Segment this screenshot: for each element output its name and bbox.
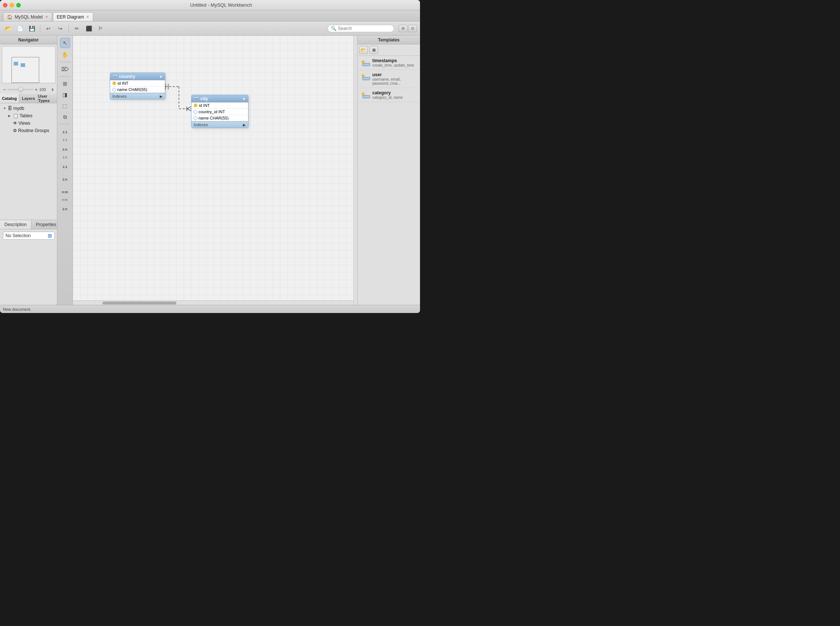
tool-erase[interactable]: ⌦ bbox=[60, 64, 70, 74]
er-city-field-country-id-label: country_id INT bbox=[198, 110, 225, 114]
tool-group-1nid: 1:n bbox=[60, 174, 70, 185]
key-icon bbox=[112, 81, 116, 85]
tool-rel-1-n[interactable]: 1:n bbox=[60, 144, 70, 155]
views-icon: 👁 bbox=[13, 121, 17, 126]
main-area: Navigator − + 100 ⬍ C bbox=[0, 36, 420, 305]
templates-header: Templates bbox=[358, 36, 420, 44]
status-bar: New document. bbox=[0, 305, 420, 313]
traffic-lights bbox=[3, 3, 21, 8]
tool-group-1nfk: 1:n bbox=[60, 203, 70, 215]
bottom-panel: Description Properties History No Select… bbox=[0, 220, 57, 305]
template-timestamps-name: timestamps bbox=[372, 58, 414, 63]
zoom-minus-button[interactable]: − bbox=[3, 86, 6, 92]
tool-rel-1-n-fk[interactable]: 1:n bbox=[60, 204, 70, 214]
er-table-country-header: country ▼ bbox=[110, 73, 165, 80]
vertical-scrollbar[interactable] bbox=[353, 36, 357, 305]
zoom-bar: − + 100 ⬍ bbox=[0, 85, 57, 94]
tree-root-icon: 🗄 bbox=[8, 106, 12, 111]
main-window: Untitled - MySQL Workbench 🏠 MySQL Model… bbox=[0, 0, 420, 313]
no-selection-label: No Selection bbox=[6, 233, 31, 238]
maximize-button[interactable] bbox=[16, 3, 21, 8]
tree-root-label: mydb bbox=[13, 106, 24, 111]
tool-sep2 bbox=[59, 76, 70, 77]
open-button[interactable]: 📂 bbox=[3, 23, 13, 34]
canvas-area[interactable]: country ▼ id INT name CHAR(55) Indexes ▶ bbox=[73, 36, 353, 305]
er-table-country[interactable]: country ▼ id INT name CHAR(55) Indexes ▶ bbox=[110, 72, 165, 100]
layout-btn-2[interactable]: ⊟ bbox=[408, 25, 417, 32]
tab-mysql-model[interactable]: 🏠 MySQL Model ✕ bbox=[3, 12, 52, 21]
er-country-indexes[interactable]: Indexes ▶ bbox=[110, 93, 165, 99]
save-button[interactable]: 💾 bbox=[27, 23, 37, 34]
no-selection-dropdown[interactable]: No Selection ⊞ bbox=[3, 232, 55, 240]
template-category-star-icon: ★ MWB bbox=[361, 90, 370, 99]
template-timestamps[interactable]: ★ MWB timestamps create_time, update_tim… bbox=[358, 56, 420, 70]
tool-rel-1-n-id[interactable]: 1:n bbox=[60, 174, 70, 185]
flag-button[interactable]: 🏳 bbox=[95, 23, 106, 34]
zoom-plus-button[interactable]: + bbox=[35, 86, 38, 92]
dropdown-arrow-icon: ⊞ bbox=[48, 233, 52, 239]
tree-tables[interactable]: ▶ 📋 Tables bbox=[2, 112, 55, 119]
er-city-indexes[interactable]: Indexes ▶ bbox=[192, 121, 248, 128]
tool-group-11id: 1:1 bbox=[60, 161, 70, 173]
search-input[interactable] bbox=[338, 26, 390, 31]
er-city-indexes-label: Indexes bbox=[194, 122, 208, 127]
tool-rel-1-1[interactable]: 1:1 bbox=[60, 127, 70, 137]
er-table-country-dropdown[interactable]: ▼ bbox=[159, 75, 163, 79]
tool-group-nm: n:m n:m bbox=[60, 186, 70, 203]
tab-mysql-model-close[interactable]: ✕ bbox=[45, 15, 48, 19]
toolbar-sep1 bbox=[40, 25, 40, 32]
redo-button[interactable]: ↪ bbox=[55, 23, 66, 34]
horizontal-scrollbar[interactable] bbox=[73, 300, 353, 305]
template-btn-add[interactable]: ⊞ bbox=[369, 46, 378, 54]
tool-group-rels: 1:1 1:1 bbox=[60, 126, 70, 143]
minimap-table1 bbox=[14, 62, 18, 66]
tool-pan[interactable]: ✋ bbox=[60, 50, 70, 60]
right-sidebar: Templates 📂 ⊞ ★ MWB timestamps create_ti… bbox=[357, 36, 420, 305]
layout-btn-1[interactable]: ⊞ bbox=[398, 25, 408, 32]
zoom-stepper[interactable]: ⬍ bbox=[51, 88, 54, 92]
er-table-country-icon bbox=[112, 74, 117, 79]
tool-rel-1-1-id[interactable]: 1:1 bbox=[60, 162, 70, 172]
tool-copy[interactable]: ⧉ bbox=[60, 112, 70, 122]
tool-rel-n-m[interactable]: n:m bbox=[60, 187, 70, 197]
tree-views[interactable]: ▶ 👁 Views bbox=[2, 119, 55, 127]
tool-layer[interactable]: ⬚ bbox=[60, 101, 70, 111]
sidebar-tab-usertypes[interactable]: User Types bbox=[38, 94, 57, 103]
tool-group-1n: 1:n 1:n bbox=[60, 144, 70, 160]
minimap-viewport bbox=[11, 57, 39, 83]
close-button[interactable] bbox=[3, 3, 8, 8]
tree-root[interactable]: ▼ 🗄 mydb bbox=[2, 105, 55, 112]
new-button[interactable]: 📄 bbox=[15, 23, 25, 34]
tree-routinegroups[interactable]: ▶ ⚙ Routine Groups bbox=[2, 127, 55, 134]
zoom-slider[interactable] bbox=[8, 89, 33, 90]
minimap[interactable] bbox=[2, 46, 55, 83]
er-table-city[interactable]: city ▼ id INT country_id INT name CHAR(5… bbox=[191, 95, 248, 128]
center-toolbox: ↖ ✋ ⌦ ⊞ ◨ ⬚ ⧉ 1:1 1:1 1:n 1:n bbox=[57, 36, 73, 305]
search-bar[interactable]: 🔍 bbox=[328, 25, 394, 32]
tool-table[interactable]: ⊞ bbox=[60, 78, 70, 89]
bottom-tab-properties[interactable]: Properties bbox=[31, 220, 61, 229]
scrollbar-thumb[interactable] bbox=[102, 302, 176, 305]
sidebar-tab-catalog[interactable]: Catalog bbox=[0, 94, 19, 103]
tool-view[interactable]: ◨ bbox=[60, 89, 70, 100]
tool-rel-1-1-label: 1:1 bbox=[62, 138, 67, 142]
edit-button[interactable]: ✏ bbox=[72, 23, 82, 34]
tool-select[interactable]: ↖ bbox=[60, 38, 70, 48]
left-sidebar: Navigator − + 100 ⬍ C bbox=[0, 36, 57, 305]
er-table-city-header: city ▼ bbox=[192, 95, 248, 102]
tab-eer-diagram-close[interactable]: ✕ bbox=[86, 15, 89, 19]
template-category[interactable]: ★ MWB category category_id, name bbox=[358, 88, 420, 102]
template-btn-folder[interactable]: 📂 bbox=[359, 46, 368, 54]
tab-eer-diagram[interactable]: EER Diagram ✕ bbox=[53, 12, 93, 21]
template-user[interactable]: ★ MWB user username, email, password, cr… bbox=[358, 70, 420, 88]
tool-group-pointer: ↖ bbox=[60, 37, 70, 49]
tree-area: ▼ 🗄 mydb ▶ 📋 Tables ▶ 👁 Views ▶ ⚙ bbox=[0, 103, 57, 220]
sidebar-tab-layers[interactable]: Layers bbox=[19, 94, 39, 103]
minimize-button[interactable] bbox=[9, 3, 14, 8]
bottom-tab-description[interactable]: Description bbox=[0, 220, 31, 229]
select-button[interactable]: ⬛ bbox=[84, 23, 94, 34]
er-city-field-id-label: id INT bbox=[199, 103, 210, 108]
er-table-city-dropdown[interactable]: ▼ bbox=[242, 97, 246, 101]
er-table-city-name: city bbox=[200, 96, 208, 102]
undo-button[interactable]: ↩ bbox=[43, 23, 54, 34]
